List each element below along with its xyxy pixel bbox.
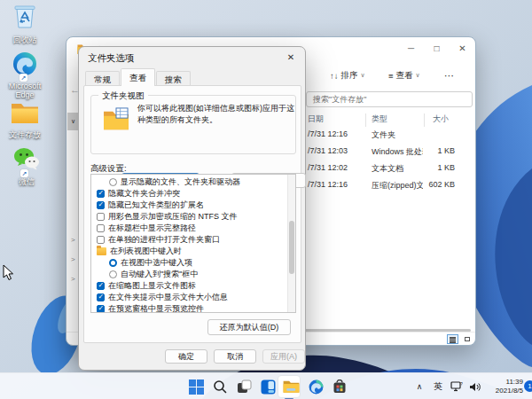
checkbox-checked-icon[interactable] <box>97 190 105 198</box>
list-item[interactable]: 隐藏文件夹合并冲突 <box>91 188 295 200</box>
list-item[interactable]: 在预览窗格中显示预览控件 <box>91 303 295 313</box>
column-header-type[interactable]: 类型 <box>372 113 387 125</box>
checkbox-checked-icon[interactable] <box>97 201 105 209</box>
file-date: /7/31 12:16 <box>308 180 348 189</box>
tree-expand-icon[interactable]: > <box>71 275 75 283</box>
column-separator[interactable] <box>424 113 425 127</box>
list-item-label: 在预览窗格中显示预览控件 <box>108 303 204 313</box>
list-item-label: 隐藏文件夹合并冲突 <box>108 188 180 200</box>
checkbox-unchecked-icon[interactable] <box>97 236 105 244</box>
checkbox-unchecked-icon[interactable] <box>97 213 105 221</box>
taskbar: ∧ 英 ? 11:39 2021/8/5 1 <box>0 372 532 399</box>
list-item[interactable]: 在视图中选中键入项 <box>91 257 295 269</box>
file-explorer-button[interactable] <box>280 376 301 397</box>
folder-icon <box>97 247 106 255</box>
tray-date: 2021/8/5 <box>488 387 523 395</box>
list-item-label: 在缩略图上显示文件图标 <box>108 280 196 292</box>
list-item-label: 隐藏已知文件类型的扩展名 <box>108 200 204 211</box>
checkbox-checked-icon[interactable] <box>97 305 105 313</box>
widgets-button[interactable] <box>257 376 278 397</box>
radio-checked-icon[interactable] <box>109 259 117 267</box>
ellipsis-icon: ⋯ <box>444 70 454 82</box>
start-button[interactable] <box>185 376 207 397</box>
dialog-tabs: 常规 查看 搜索 <box>85 68 192 86</box>
view-label: 查看 <box>396 70 413 82</box>
list-item[interactable]: 在标题栏中显示完整路径 <box>91 223 295 234</box>
list-item[interactable]: 显示隐藏的文件、文件夹和驱动器 <box>91 176 295 188</box>
search-input[interactable]: 搜索"文件存放" <box>306 91 473 107</box>
list-item[interactable]: 用彩色显示加密或压缩的 NTFS 文件 <box>91 211 295 223</box>
view-button[interactable]: ≡ 查看 ∨ <box>388 66 420 84</box>
checkbox-checked-icon[interactable] <box>97 293 105 301</box>
tab-search[interactable]: 搜索 <box>156 71 191 86</box>
tab-general[interactable]: 常规 <box>85 71 120 86</box>
sort-button[interactable]: ↑↓ 排序 ∨ <box>330 66 365 84</box>
maximize-button[interactable]: □ <box>424 37 450 60</box>
ime-indicator[interactable]: 英 <box>431 373 445 399</box>
list-scrollbar[interactable] <box>287 175 295 312</box>
desktop: 回收站 ↗ Microsoft Edge <box>0 0 532 399</box>
desktop-icon-wechat[interactable]: ↗ 微信 <box>2 147 51 186</box>
store-button[interactable] <box>329 376 350 397</box>
list-item[interactable]: 在缩略图上显示文件图标 <box>91 280 295 292</box>
edge-button[interactable] <box>305 376 326 397</box>
large-icons-view-button[interactable] <box>461 334 473 344</box>
column-header-size[interactable]: 大小 <box>433 113 449 125</box>
clock[interactable]: 11:39 2021/8/5 <box>488 378 523 395</box>
desktop-icon-folder[interactable]: 文件存放 <box>0 101 50 139</box>
details-view-button[interactable] <box>447 334 458 344</box>
radio-unchecked-icon[interactable] <box>109 270 117 278</box>
task-view-button[interactable] <box>233 376 254 397</box>
file-size: 602 KB <box>403 180 455 189</box>
file-size: 1 KB <box>403 146 455 155</box>
widgets-icon <box>261 379 276 395</box>
search-button[interactable] <box>209 376 231 397</box>
column-separator[interactable] <box>365 113 366 127</box>
tab-view[interactable]: 查看 <box>121 68 155 86</box>
folder-view-groupbox: 文件夹视图 你可以将此视图(如详细信息或图标)应用于这种类型的所有文件夹。 应用… <box>90 95 296 154</box>
list-item[interactable]: 在列表视图中键入时 <box>91 246 295 257</box>
radio-unchecked-icon[interactable] <box>109 178 117 186</box>
desktop-icon-label: 微信 <box>19 177 35 186</box>
apply-button[interactable]: 应用(A) <box>262 349 305 364</box>
list-item[interactable]: 自动键入到"搜索"框中 <box>91 269 295 280</box>
list-item-label: 用彩色显示加密或压缩的 NTFS 文件 <box>108 211 238 223</box>
chevron-down-icon: ∨ <box>416 72 420 79</box>
chevron-down-icon: ∨ <box>361 72 365 79</box>
desktop-icon-edge[interactable]: ↗ Microsoft Edge <box>0 51 50 99</box>
checkbox-checked-icon[interactable] <box>97 282 105 290</box>
tray-expand-button[interactable]: ∧ <box>413 373 426 399</box>
more-options-button[interactable]: ⋯ <box>444 66 454 84</box>
notification-badge[interactable]: 1 <box>524 380 532 392</box>
restore-defaults-button[interactable]: 还原为默认值(D) <box>207 319 291 335</box>
column-header-date[interactable]: 日期 <box>308 113 324 125</box>
task-view-icon <box>237 379 252 395</box>
file-explorer-icon <box>283 379 300 394</box>
minimize-button[interactable]: ─ <box>398 37 424 60</box>
list-scrollbar-thumb[interactable] <box>289 221 294 274</box>
mouse-cursor <box>3 264 14 281</box>
volume-icon[interactable] <box>467 373 481 399</box>
checkbox-unchecked-icon[interactable] <box>97 224 105 232</box>
close-button[interactable]: ✕ <box>450 37 475 60</box>
wechat-icon: ↗ <box>13 147 40 176</box>
file-date: /7/31 12:02 <box>308 163 348 172</box>
hamburger-icon: ≡ <box>388 71 394 81</box>
desktop-icon-label: 回收站 <box>13 35 37 44</box>
dialog-close-button[interactable]: ✕ <box>284 51 298 65</box>
edge-icon: ↗ <box>12 51 37 80</box>
microsoft-store-icon <box>332 379 347 394</box>
tray-time: 11:39 <box>488 378 523 387</box>
search-icon <box>213 379 227 394</box>
cancel-button[interactable]: 取消 <box>214 349 256 364</box>
network-icon[interactable]: ? <box>450 373 464 399</box>
list-item[interactable]: 在单独的进程中打开文件夹窗口 <box>91 234 295 246</box>
desktop-icon-label: 文件存放 <box>9 130 41 139</box>
list-item[interactable]: 隐藏已知文件类型的扩展名 <box>91 200 295 211</box>
list-item-label: 自动键入到"搜索"框中 <box>121 269 198 280</box>
list-item[interactable]: 在文件夹提示中显示文件大小信息 <box>91 292 295 303</box>
desktop-icon-recycle-bin[interactable]: 回收站 <box>0 4 50 44</box>
ok-button[interactable]: 确定 <box>165 349 207 364</box>
tree-expand-icon[interactable]: > <box>71 236 75 244</box>
tree-expand-icon[interactable]: > <box>71 255 75 263</box>
